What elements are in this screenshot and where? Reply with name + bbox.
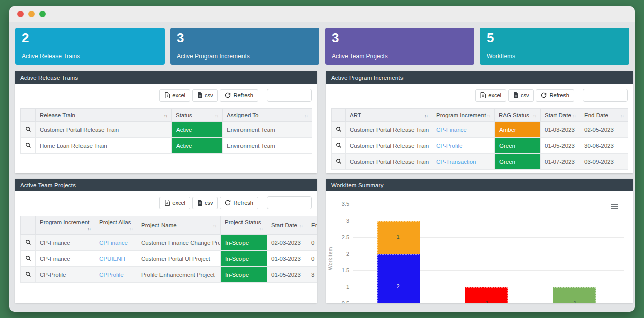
magnifier-icon bbox=[25, 142, 31, 148]
project-alias-link[interactable]: CPFinance bbox=[99, 240, 128, 246]
column-header-end-date[interactable]: End Date bbox=[307, 216, 317, 235]
cell-start-date: 01-03-2023 bbox=[267, 251, 307, 267]
cell-program-increment: CP-Finance bbox=[36, 235, 95, 251]
cell-start-date: 01-07-2023 bbox=[541, 154, 580, 170]
column-header-project-status[interactable]: Project Status↑↓ bbox=[221, 216, 267, 235]
refresh-icon bbox=[541, 92, 547, 98]
kpi-value: 3 bbox=[177, 30, 184, 46]
column-header-actions bbox=[332, 109, 346, 122]
column-header-actions bbox=[21, 109, 36, 122]
chart-y-tick-label: 3.5 bbox=[326, 201, 349, 207]
row-detail-button[interactable] bbox=[21, 267, 36, 283]
program-increment-link[interactable]: CP-Profile bbox=[436, 143, 462, 149]
maximize-icon[interactable] bbox=[39, 11, 46, 17]
cell-art: Customer Portal Release Train bbox=[346, 122, 432, 138]
column-header-release-train[interactable]: Release Train↑↓ bbox=[36, 109, 172, 122]
cell-start-date: 01-05-2023 bbox=[267, 267, 307, 283]
kpi-label: WorkItems bbox=[487, 53, 515, 60]
csv-export-button[interactable]: csv bbox=[192, 89, 218, 102]
csv-export-button[interactable]: csv bbox=[508, 89, 534, 102]
cell-start-date: 01-03-2023 bbox=[541, 122, 580, 138]
cell-program-increment: CP-Profile bbox=[432, 138, 495, 154]
app-window: 2 Active Release Trains 3 Active Program… bbox=[9, 6, 635, 312]
project-alias-link[interactable]: CPProfile bbox=[99, 272, 124, 278]
row-detail-button[interactable] bbox=[332, 154, 346, 170]
search-input[interactable] bbox=[267, 196, 312, 209]
chart-data-label: 1 bbox=[465, 300, 508, 303]
magnifier-icon bbox=[336, 126, 342, 132]
cell-start-date: 01-05-2023 bbox=[541, 138, 580, 154]
sort-icon: ↑↓ bbox=[299, 223, 303, 228]
row-detail-button[interactable] bbox=[332, 122, 346, 138]
refresh-button[interactable]: Refresh bbox=[536, 89, 574, 102]
window-titlebar bbox=[9, 6, 635, 22]
column-header-start-date[interactable]: Start Date↑↓ bbox=[541, 109, 580, 122]
sort-icon: ↑↓ bbox=[304, 113, 308, 118]
kpi-value: 2 bbox=[22, 30, 29, 46]
cell-project-alias: CPUIENH bbox=[95, 251, 137, 267]
excel-export-button[interactable]: excel bbox=[159, 197, 190, 209]
column-header-actions bbox=[21, 216, 36, 235]
refresh-button[interactable]: Refresh bbox=[220, 89, 258, 102]
row-detail-button[interactable] bbox=[332, 138, 346, 154]
row-detail-button[interactable] bbox=[21, 251, 36, 267]
chart-menu-icon[interactable] bbox=[611, 204, 618, 210]
refresh-button[interactable]: Refresh bbox=[220, 197, 258, 209]
chart-y-tick-label: 2 bbox=[326, 251, 349, 257]
search-input[interactable] bbox=[267, 89, 312, 102]
release-trains-table: Release Train↑↓ Status↑↓ Assigned To↑↓ C… bbox=[20, 108, 312, 154]
chart-gridline bbox=[353, 204, 624, 204]
table-row: Customer Portal Release Train CP-Finance… bbox=[332, 122, 628, 138]
cell-end-date: 02-05-2023 bbox=[580, 122, 628, 138]
chart-data-label: 1 bbox=[553, 300, 596, 303]
cell-end-date: 30-06-2023 bbox=[580, 138, 628, 154]
sort-icon: ↑↓ bbox=[129, 226, 133, 231]
row-detail-button[interactable] bbox=[21, 138, 36, 154]
close-icon[interactable] bbox=[17, 11, 24, 17]
minimize-icon[interactable] bbox=[28, 11, 35, 17]
column-header-status[interactable]: Status↑↓ bbox=[172, 109, 223, 122]
chart-bar-segment[interactable] bbox=[377, 254, 420, 303]
sort-icon: ↑↓ bbox=[215, 113, 218, 118]
cell-release-train: Customer Portal Release Train bbox=[36, 122, 172, 138]
cell-project-alias: CPProfile bbox=[95, 267, 137, 283]
magnifier-icon bbox=[336, 142, 342, 148]
cell-assigned-to: Environment Team bbox=[223, 138, 312, 154]
table-row: Customer Portal Release Train CP-Transac… bbox=[332, 154, 628, 170]
cell-start-date: 02-03-2023 bbox=[267, 235, 307, 251]
excel-export-button[interactable]: excel bbox=[475, 89, 506, 102]
search-input[interactable] bbox=[583, 89, 628, 102]
column-header-project-alias[interactable]: Project Alias↑↓ bbox=[95, 216, 137, 235]
row-detail-button[interactable] bbox=[21, 122, 36, 138]
column-header-start-date[interactable]: Start Date↑↓ bbox=[267, 216, 307, 235]
magnifier-icon bbox=[25, 126, 31, 132]
project-alias-link[interactable]: CPUIENH bbox=[99, 256, 125, 262]
kpi-card-workitems: 5 WorkItems bbox=[480, 28, 629, 65]
sort-icon: ↑↓ bbox=[164, 113, 167, 118]
project-status-badge: In-Scope bbox=[221, 251, 267, 267]
cell-end-date: 0 bbox=[307, 251, 317, 267]
column-header-program-increment[interactable]: Program Increment↑↓ bbox=[432, 109, 495, 122]
panel-active-team-projects: Active Team Projects excel csv Refresh bbox=[15, 179, 317, 303]
column-header-assigned-to[interactable]: Assigned To↑↓ bbox=[223, 109, 312, 122]
csv-export-button[interactable]: csv bbox=[192, 197, 218, 209]
program-increment-link[interactable]: CP-Finance bbox=[436, 127, 467, 133]
column-header-art[interactable]: ART↑↓ bbox=[346, 109, 432, 122]
table-row: Customer Portal Release Train Active Env… bbox=[21, 122, 312, 138]
column-header-program-increment[interactable]: Program Increment↑↓ bbox=[36, 216, 95, 235]
column-header-end-date[interactable]: End Date↑↓ bbox=[580, 109, 628, 122]
program-increments-table: ART↑↓ Program Increment↑↓ RAG Status↑↓ S… bbox=[331, 108, 628, 170]
program-increment-link[interactable]: CP-Transaction bbox=[436, 159, 476, 165]
panel-workitem-summary: WorkItem Summary WorkItem 3.532.521.510.… bbox=[326, 179, 633, 303]
cell-project-alias: CPFinance bbox=[95, 235, 137, 251]
panel-active-program-increments: Active Program Increments excel csv Refr… bbox=[326, 71, 633, 173]
row-detail-button[interactable] bbox=[21, 235, 36, 251]
table-row: CP-Finance CPFinance Customer Finance Ch… bbox=[21, 235, 317, 251]
panel-title: Active Release Trains bbox=[15, 71, 317, 84]
column-header-rag-status[interactable]: RAG Status↑↓ bbox=[495, 109, 541, 122]
magnifier-icon bbox=[336, 158, 342, 164]
excel-export-button[interactable]: excel bbox=[159, 89, 190, 102]
sort-icon: ↑↓ bbox=[213, 223, 216, 228]
column-header-project-name[interactable]: Project Name↑↓ bbox=[137, 216, 221, 235]
cell-project-name: Customer Portal UI Project bbox=[137, 251, 221, 267]
